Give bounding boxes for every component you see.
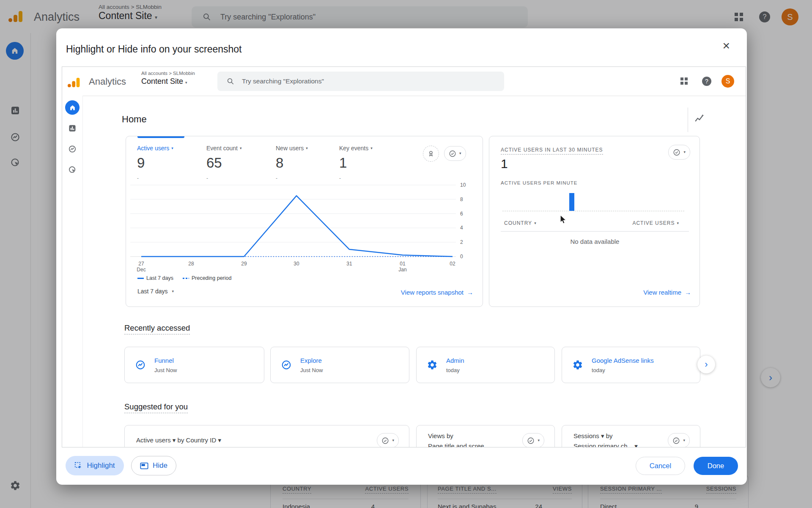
- metric-value: 9: [137, 155, 173, 171]
- suggested-card-sessions[interactable]: Sessions ▾ by Session primary ch... ▾ ▾: [562, 425, 700, 447]
- screen: Analytics All accounts > SLMobbin Conten…: [0, 0, 812, 508]
- svg-text:4: 4: [460, 225, 463, 231]
- chevron-down-icon: ▾: [240, 146, 242, 150]
- google-apps-grid-icon[interactable]: [680, 77, 688, 85]
- svg-text:30: 30: [294, 261, 299, 267]
- check-circle-icon: [527, 437, 535, 444]
- recent-item-admin[interactable]: Admintoday: [416, 347, 555, 383]
- active-metric-indicator: [137, 136, 184, 138]
- solid-series-swatch: [137, 278, 144, 279]
- account-breadcrumb[interactable]: All accounts > SLMobbin Content Site ▾: [141, 71, 195, 86]
- data-quality-dropdown[interactable]: ▾: [377, 433, 399, 447]
- metric-value: 8: [276, 155, 308, 171]
- carousel-next-button[interactable]: ›: [697, 356, 715, 373]
- mouse-cursor-icon: [559, 215, 568, 224]
- highlight-button[interactable]: Highlight: [66, 456, 124, 475]
- svg-text:27: 27: [138, 261, 144, 267]
- svg-text:Jan: Jan: [398, 267, 406, 273]
- recent-item-time: Just Now: [154, 367, 177, 373]
- product-name: Analytics: [89, 76, 126, 87]
- property-selector[interactable]: Content Site ▾: [141, 77, 195, 86]
- svg-text:31: 31: [346, 261, 352, 267]
- view-realtime-link[interactable]: View realtime→: [643, 289, 691, 296]
- hide-button[interactable]: Hide: [131, 456, 176, 475]
- nav-reports-icon[interactable]: [68, 124, 77, 134]
- recent-item-funnel[interactable]: FunnelJust Now: [124, 347, 264, 383]
- realtime-card: ACTIVE USERS IN LAST 30 MINUTES ▾ 1 ACTI…: [489, 136, 700, 307]
- metric-active-users[interactable]: Active users▾ 9 -: [137, 145, 173, 181]
- shot-topbar: Analytics All accounts > SLMobbin Conten…: [62, 67, 746, 96]
- svg-text:02: 02: [450, 261, 455, 267]
- metric-value: 1: [339, 155, 373, 171]
- dialog-title: Highlight or Hide info on your screensho…: [66, 44, 242, 55]
- avatar[interactable]: S: [721, 75, 734, 88]
- explore-icon: [281, 359, 292, 370]
- recent-item-adsense[interactable]: Google AdSense linkstoday: [562, 347, 700, 383]
- metric-new-users[interactable]: New users▾ 8 -: [276, 145, 308, 181]
- suggested-title: Suggested for you: [124, 402, 188, 413]
- date-range-selector[interactable]: Last 7 days ▾: [137, 288, 174, 295]
- divider: [688, 108, 688, 132]
- overview-card: Active users▾ 9 - Event count▾ 65 - New …: [126, 136, 483, 307]
- metric-key-events[interactable]: Key events▾ 1 -: [339, 145, 373, 181]
- recent-item-time: today: [592, 367, 654, 373]
- recent-item-time: Just Now: [300, 367, 323, 373]
- data-quality-dropdown[interactable]: ▾: [668, 433, 690, 447]
- chevron-down-icon: ▾: [172, 290, 174, 293]
- active-users-column-header[interactable]: ACTIVE USERS▾: [632, 220, 679, 226]
- svg-text:0: 0: [460, 254, 463, 260]
- chevron-down-icon: ▾: [306, 146, 308, 150]
- nav-home-icon[interactable]: [65, 100, 80, 115]
- chevron-down-icon: ▾: [185, 80, 187, 85]
- per-minute-label: ACTIVE USERS PER MINUTE: [501, 180, 577, 185]
- screenshot-preview: Analytics All accounts > SLMobbin Conten…: [62, 66, 746, 447]
- chevron-down-icon: ▾: [677, 221, 679, 225]
- check-circle-icon: [449, 150, 456, 157]
- suggested-card-views[interactable]: Views by Page title and scree... ▾: [416, 425, 555, 447]
- insights-icon[interactable]: [694, 113, 705, 126]
- shot-nav-rail: [62, 96, 83, 447]
- breadcrumb: All accounts > SLMobbin: [141, 71, 195, 76]
- arrow-right-icon: →: [685, 289, 691, 296]
- analytics-logo-icon: [68, 78, 80, 87]
- chevron-down-icon: ▾: [171, 146, 173, 150]
- recent-item-explore[interactable]: ExploreJust Now: [270, 347, 409, 383]
- gear-icon: [572, 359, 583, 370]
- dotted-series-swatch: [183, 278, 189, 279]
- view-reports-snapshot-link[interactable]: View reports snapshot→: [401, 289, 473, 296]
- chevron-down-icon: ▾: [683, 439, 685, 442]
- search-input[interactable]: Try searching "Explorations": [217, 72, 504, 91]
- search-icon: [227, 77, 234, 85]
- explore-icon: [135, 359, 146, 370]
- done-button[interactable]: Done: [694, 457, 738, 475]
- svg-text:Dec: Dec: [137, 267, 145, 273]
- chevron-down-icon: ▾: [370, 146, 373, 150]
- data-quality-dropdown[interactable]: ▾: [668, 145, 690, 160]
- trend-line-chart: 024681027Dec2829303101Jan02: [126, 182, 483, 273]
- metric-value: 65: [206, 155, 241, 171]
- country-column-header[interactable]: COUNTRY▾: [504, 220, 537, 226]
- chevron-down-icon: ▾: [538, 439, 540, 442]
- svg-text:8: 8: [460, 196, 463, 202]
- chart-legend: Last 7 days Preceding period: [137, 275, 231, 281]
- close-icon[interactable]: ×: [722, 39, 730, 52]
- data-quality-dropdown[interactable]: ▾: [444, 146, 466, 161]
- nav-explore-icon[interactable]: [68, 145, 77, 155]
- nav-advertising-icon[interactable]: [68, 166, 77, 176]
- chevron-down-icon: ▾: [534, 221, 537, 225]
- suggested-card-country[interactable]: Active users ▾ by Country ID ▾ ▾: [124, 425, 409, 447]
- data-quality-dropdown[interactable]: ▾: [522, 433, 544, 447]
- cancel-button[interactable]: Cancel: [636, 457, 685, 475]
- recent-item-time: today: [446, 367, 464, 373]
- recently-accessed-title: Recently accessed: [124, 323, 190, 334]
- benchmarking-icon[interactable]: [423, 146, 439, 162]
- realtime-title: ACTIVE USERS IN LAST 30 MINUTES: [501, 147, 603, 155]
- metric-event-count[interactable]: Event count▾ 65 -: [206, 145, 241, 181]
- highlight-select-icon: [74, 462, 82, 470]
- help-icon[interactable]: ?: [702, 77, 711, 86]
- chevron-down-icon: ▾: [683, 150, 686, 154]
- hide-region-icon: [140, 462, 148, 469]
- page-title: Home: [122, 114, 147, 125]
- svg-text:10: 10: [460, 182, 466, 188]
- divider: [501, 231, 689, 232]
